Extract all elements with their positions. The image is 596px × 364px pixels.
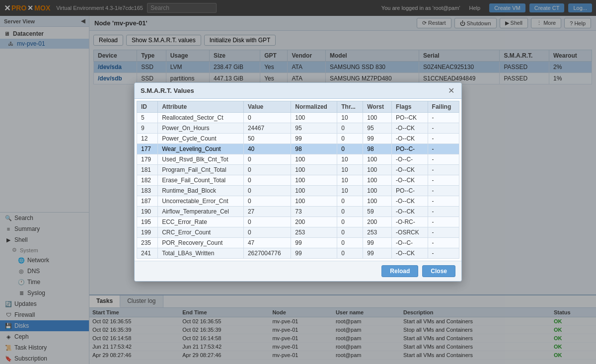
smart-value: 0 xyxy=(243,186,291,196)
smart-value: 0 xyxy=(243,165,291,175)
smart-worst: 100 xyxy=(363,186,392,196)
smart-table: ID Attribute Value Normalized Thr... Wor… xyxy=(137,101,459,259)
smart-threshold: 0 xyxy=(337,207,363,217)
smart-row[interactable]: 179 Used_Rsvd_Blk_Cnt_Tot 0 100 10 100 -… xyxy=(137,154,459,165)
smart-worst: 100 xyxy=(363,154,392,165)
smart-row[interactable]: 241 Total_LBAs_Written 2627004776 99 0 9… xyxy=(137,248,459,259)
smart-failing: - xyxy=(428,134,459,144)
modal-overlay: S.M.A.R.T. Values ✕ ID Attribute Value N… xyxy=(0,0,596,364)
smart-row[interactable]: 183 Runtime_Bad_Block 0 100 10 100 PO--C… xyxy=(137,186,459,196)
smart-value: 50 xyxy=(243,134,291,144)
smart-normalized: 99 xyxy=(291,248,337,259)
smart-normalized: 99 xyxy=(291,134,337,144)
smart-threshold: 0 xyxy=(337,238,363,248)
smart-reload-button[interactable]: Reload xyxy=(381,265,418,277)
modal-title: S.M.A.R.T. Values xyxy=(141,87,194,94)
smart-row[interactable]: 187 Uncorrectable_Error_Cnt 0 100 0 100 … xyxy=(137,196,459,207)
smart-flags: PO--C- xyxy=(392,186,428,196)
smart-flags: -O--CK xyxy=(392,134,428,144)
smart-col-id: ID xyxy=(137,101,158,113)
smart-row[interactable]: 190 Airflow_Temperature_Cel 27 73 0 59 -… xyxy=(137,207,459,217)
smart-attribute: ECC_Error_Rate xyxy=(158,217,244,227)
smart-threshold: 0 xyxy=(337,144,363,154)
smart-row[interactable]: 235 POR_Recovery_Count 47 99 0 99 -O--C-… xyxy=(137,238,459,248)
smart-worst: 59 xyxy=(363,207,392,217)
smart-failing: - xyxy=(428,207,459,217)
smart-attribute: Uncorrectable_Error_Cnt xyxy=(158,196,244,207)
smart-id: 235 xyxy=(137,238,158,248)
smart-attribute: Airflow_Temperature_Cel xyxy=(158,207,244,217)
smart-id: 183 xyxy=(137,186,158,196)
smart-row[interactable]: 9 Power_On_Hours 24467 95 0 95 -O--CK - xyxy=(137,123,459,134)
smart-flags: PO--C- xyxy=(392,144,428,154)
smart-failing: - xyxy=(428,248,459,259)
smart-row[interactable]: 12 Power_Cycle_Count 50 99 0 99 -O--CK - xyxy=(137,134,459,144)
smart-flags: -O-RC- xyxy=(392,217,428,227)
modal-close-button[interactable]: ✕ xyxy=(447,86,455,95)
smart-id: 190 xyxy=(137,207,158,217)
smart-id: 177 xyxy=(137,144,158,154)
smart-threshold: 10 xyxy=(337,113,363,123)
smart-row[interactable]: 5 Reallocated_Sector_Ct 0 100 10 100 PO-… xyxy=(137,113,459,123)
smart-attribute: Runtime_Bad_Block xyxy=(158,186,244,196)
smart-failing: - xyxy=(428,196,459,207)
smart-worst: 253 xyxy=(363,227,392,238)
smart-flags: PO--CK xyxy=(392,113,428,123)
smart-attribute: POR_Recovery_Count xyxy=(158,238,244,248)
smart-id: 12 xyxy=(137,134,158,144)
smart-worst: 99 xyxy=(363,134,392,144)
smart-normalized: 100 xyxy=(291,154,337,165)
smart-attribute: Wear_Leveling_Count xyxy=(158,144,244,154)
smart-attribute: Program_Fail_Cnt_Total xyxy=(158,165,244,175)
smart-threshold: 0 xyxy=(337,123,363,134)
smart-threshold: 0 xyxy=(337,217,363,227)
smart-flags: -O--CK xyxy=(392,196,428,207)
smart-id: 187 xyxy=(137,196,158,207)
smart-worst: 100 xyxy=(363,196,392,207)
smart-flags: -OSRCK xyxy=(392,227,428,238)
smart-row[interactable]: 182 Erase_Fail_Count_Total 0 100 10 100 … xyxy=(137,175,459,186)
smart-threshold: 10 xyxy=(337,165,363,175)
smart-value: 0 xyxy=(243,113,291,123)
smart-attribute: Used_Rsvd_Blk_Cnt_Tot xyxy=(158,154,244,165)
smart-row[interactable]: 195 ECC_Error_Rate 0 200 0 200 -O-RC- - xyxy=(137,217,459,227)
smart-id: 182 xyxy=(137,175,158,186)
smart-threshold: 10 xyxy=(337,154,363,165)
smart-failing: - xyxy=(428,227,459,238)
smart-worst: 100 xyxy=(363,175,392,186)
smart-col-flags: Flags xyxy=(392,101,428,113)
smart-failing: - xyxy=(428,186,459,196)
smart-failing: - xyxy=(428,113,459,123)
smart-col-attribute: Attribute xyxy=(158,101,244,113)
smart-id: 181 xyxy=(137,165,158,175)
smart-failing: - xyxy=(428,165,459,175)
smart-normalized: 100 xyxy=(291,113,337,123)
smart-value: 0 xyxy=(243,175,291,186)
smart-attribute: Power_On_Hours xyxy=(158,123,244,134)
smart-attribute: Power_Cycle_Count xyxy=(158,134,244,144)
smart-worst: 100 xyxy=(363,165,392,175)
modal-body: ID Attribute Value Normalized Thr... Wor… xyxy=(135,99,461,261)
smart-row[interactable]: 199 CRC_Error_Count 0 253 0 253 -OSRCK - xyxy=(137,227,459,238)
smart-worst: 99 xyxy=(363,238,392,248)
smart-failing: - xyxy=(428,154,459,165)
smart-col-threshold: Thr... xyxy=(337,101,363,113)
smart-threshold: 0 xyxy=(337,227,363,238)
smart-worst: 100 xyxy=(363,113,392,123)
smart-value: 24467 xyxy=(243,123,291,134)
smart-value: 40 xyxy=(243,144,291,154)
smart-modal: S.M.A.R.T. Values ✕ ID Attribute Value N… xyxy=(134,82,462,282)
smart-normalized: 99 xyxy=(291,238,337,248)
smart-flags: -O--C- xyxy=(392,238,428,248)
smart-failing: - xyxy=(428,238,459,248)
smart-threshold: 0 xyxy=(337,196,363,207)
smart-close-button[interactable]: Close xyxy=(422,265,455,277)
smart-id: 199 xyxy=(137,227,158,238)
smart-col-normalized: Normalized xyxy=(291,101,337,113)
smart-row[interactable]: 177 Wear_Leveling_Count 40 98 0 98 PO--C… xyxy=(137,144,459,154)
smart-col-failing: Failing xyxy=(428,101,459,113)
smart-flags: -O--CK xyxy=(392,175,428,186)
modal-header: S.M.A.R.T. Values ✕ xyxy=(135,83,461,99)
smart-row[interactable]: 181 Program_Fail_Cnt_Total 0 100 10 100 … xyxy=(137,165,459,175)
smart-failing: - xyxy=(428,217,459,227)
